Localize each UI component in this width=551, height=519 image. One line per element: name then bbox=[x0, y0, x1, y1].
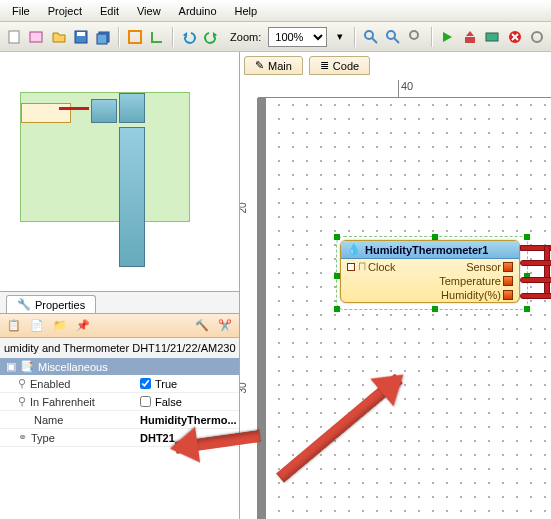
properties-tab-bar: 🔧 Properties bbox=[0, 292, 239, 314]
menu-help[interactable]: Help bbox=[227, 3, 266, 19]
run-icon[interactable] bbox=[438, 27, 457, 47]
horizontal-ruler: 40 bbox=[258, 80, 551, 98]
menu-file[interactable]: File bbox=[4, 3, 38, 19]
prop-type-label: Type bbox=[31, 432, 55, 444]
svg-rect-6 bbox=[129, 31, 141, 43]
svg-rect-3 bbox=[77, 32, 85, 36]
upload-icon[interactable] bbox=[460, 27, 479, 47]
ruler-h-40: 40 bbox=[398, 80, 413, 98]
pin-humidity-label: Humidity(%) bbox=[441, 289, 501, 301]
menu-arduino[interactable]: Arduino bbox=[171, 3, 225, 19]
wire-top-v bbox=[544, 245, 550, 295]
menu-bar: File Project Edit View Arduino Help bbox=[0, 0, 551, 22]
wrench-icon: 🔧 bbox=[17, 298, 31, 311]
save-all-icon[interactable] bbox=[94, 27, 113, 47]
component-title-text: HumidityThermometer1 bbox=[365, 244, 488, 256]
tab-code-label: Code bbox=[333, 60, 359, 72]
tab-main-label: Main bbox=[268, 60, 292, 72]
pin-clock[interactable]: ⨅Clock bbox=[347, 260, 396, 273]
svg-rect-12 bbox=[465, 37, 475, 43]
main-toolbar: Zoom: 100% ▾ bbox=[0, 22, 551, 52]
property-group-misc[interactable]: ▣ 📑 Miscellaneous bbox=[0, 358, 239, 375]
zoom-out-icon[interactable] bbox=[384, 27, 403, 47]
svg-line-10 bbox=[394, 38, 399, 43]
svg-point-11 bbox=[410, 31, 418, 39]
pencil-icon: ✎ bbox=[255, 59, 264, 72]
minus-icon: ▣ bbox=[6, 360, 16, 373]
component-humidity-thermometer[interactable]: 💧 HumidityThermometer1 ⨅Clock Sensor Tem… bbox=[340, 240, 520, 303]
svg-rect-5 bbox=[97, 34, 107, 44]
pin-icon: ⚲ bbox=[18, 377, 26, 390]
wire-hum bbox=[520, 293, 551, 299]
prop-enabled-label: Enabled bbox=[30, 378, 70, 390]
prop-tool2-icon[interactable]: ✂️ bbox=[215, 316, 235, 336]
ruler-v-20: 20 bbox=[240, 202, 248, 213]
prop-pin-icon[interactable]: 📌 bbox=[73, 316, 93, 336]
property-grid: ⚲Enabled True ⚲In Fahrenheit False Name … bbox=[0, 375, 239, 447]
pin-clock-label: Clock bbox=[368, 261, 396, 273]
zoom-fit-icon[interactable] bbox=[406, 27, 425, 47]
pin-temperature[interactable]: Temperature bbox=[439, 275, 513, 287]
svg-point-17 bbox=[532, 32, 542, 42]
prop-tool1-icon[interactable]: 🔨 bbox=[192, 316, 212, 336]
overview-pane[interactable] bbox=[0, 52, 239, 292]
zoom-select[interactable]: 100% bbox=[268, 27, 327, 47]
menu-project[interactable]: Project bbox=[40, 3, 90, 19]
prop-folder-icon[interactable]: 📁 bbox=[50, 316, 70, 336]
svg-line-8 bbox=[372, 38, 377, 43]
list-icon: 📑 bbox=[20, 360, 34, 373]
pin-temperature-label: Temperature bbox=[439, 275, 501, 287]
pin-icon: ⚲ bbox=[18, 395, 26, 408]
properties-tab[interactable]: 🔧 Properties bbox=[6, 295, 96, 313]
prop-name-label: Name bbox=[34, 414, 63, 426]
zoom-label: Zoom: bbox=[230, 31, 261, 43]
svg-rect-13 bbox=[486, 33, 498, 41]
svg-point-9 bbox=[387, 31, 395, 39]
prop-enabled-checkbox[interactable] bbox=[140, 378, 151, 389]
prop-fahrenheit-checkbox[interactable] bbox=[140, 396, 151, 407]
vertical-ruler: 20 30 bbox=[240, 98, 258, 519]
property-row-name[interactable]: Name HumidityThermo... bbox=[0, 411, 239, 429]
property-group-label: Miscellaneous bbox=[38, 361, 108, 373]
property-row-enabled[interactable]: ⚲Enabled True bbox=[0, 375, 239, 393]
prop-fahrenheit-value: False bbox=[155, 396, 182, 408]
svg-point-7 bbox=[365, 31, 373, 39]
tab-code[interactable]: ≣Code bbox=[309, 56, 370, 75]
undo-icon[interactable] bbox=[179, 27, 198, 47]
prop-copy-icon[interactable]: 📋 bbox=[4, 316, 24, 336]
prop-fahrenheit-label: In Fahrenheit bbox=[30, 396, 95, 408]
pin-humidity[interactable]: Humidity(%) bbox=[441, 289, 513, 301]
pin-sensor-label: Sensor bbox=[466, 261, 501, 273]
wire-sensor bbox=[520, 260, 551, 266]
menu-view[interactable]: View bbox=[129, 3, 169, 19]
save-icon[interactable] bbox=[71, 27, 90, 47]
redo-icon[interactable] bbox=[202, 27, 221, 47]
wire-temp bbox=[520, 277, 551, 283]
droplet-icon: 💧 bbox=[347, 243, 361, 256]
link-icon: ⚭ bbox=[18, 431, 27, 444]
ruler-v-30: 30 bbox=[240, 382, 248, 393]
open-icon[interactable] bbox=[49, 27, 68, 47]
canvas-area[interactable]: ✎Main ≣Code 40 20 30 💧 bbox=[240, 52, 551, 519]
board-icon[interactable] bbox=[483, 27, 502, 47]
properties-toolbar: 📋 📄 📁 📌 🔨 ✂️ bbox=[0, 314, 239, 338]
menu-edit[interactable]: Edit bbox=[92, 3, 127, 19]
property-row-fahrenheit[interactable]: ⚲In Fahrenheit False bbox=[0, 393, 239, 411]
component-title-bar[interactable]: 💧 HumidityThermometer1 bbox=[341, 241, 519, 259]
stop-icon[interactable] bbox=[505, 27, 524, 47]
zoom-in-icon[interactable] bbox=[361, 27, 380, 47]
settings-icon[interactable] bbox=[527, 27, 546, 47]
canvas-edge-shadow bbox=[258, 98, 266, 519]
connector-icon[interactable] bbox=[148, 27, 167, 47]
new-icon[interactable] bbox=[4, 27, 23, 47]
prop-enabled-value: True bbox=[155, 378, 177, 390]
diagram-icon[interactable] bbox=[125, 27, 144, 47]
svg-rect-1 bbox=[30, 32, 42, 42]
new-project-icon[interactable] bbox=[26, 27, 45, 47]
svg-rect-0 bbox=[9, 31, 19, 43]
prop-paste-icon[interactable]: 📄 bbox=[27, 316, 47, 336]
tab-main[interactable]: ✎Main bbox=[244, 56, 303, 75]
pin-sensor[interactable]: Sensor bbox=[466, 260, 513, 273]
zoom-dropdown-icon[interactable]: ▾ bbox=[330, 27, 349, 47]
code-icon: ≣ bbox=[320, 59, 329, 72]
